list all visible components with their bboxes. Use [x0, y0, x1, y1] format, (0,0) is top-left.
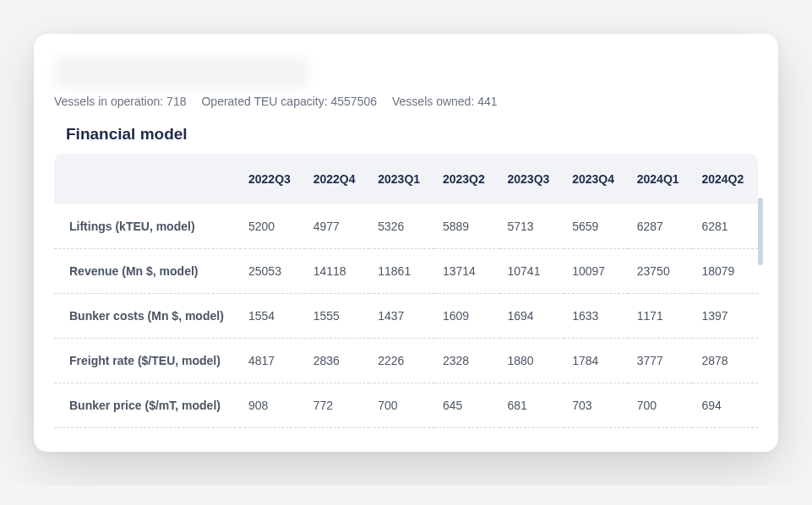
cell: 3777: [629, 339, 694, 383]
row-label: Revenue (Mn $, model): [54, 249, 240, 294]
cell: 4817: [240, 339, 305, 383]
cell: 1633: [564, 294, 629, 339]
cell: 1171: [629, 294, 694, 339]
table-header-row: 2022Q3 2022Q4 2023Q1 2023Q2 2023Q3 2023Q…: [54, 154, 758, 204]
cell: 1784: [564, 339, 629, 383]
label: Operated TEU capacity:: [201, 95, 330, 108]
cell: 1554: [240, 294, 305, 339]
cell: 5326: [369, 204, 434, 249]
vessels-owned: Vessels owned: 441: [392, 95, 498, 108]
scrollbar-thumb[interactable]: [758, 198, 763, 265]
cell: 1555: [305, 294, 370, 339]
value: 4557506: [331, 95, 378, 108]
cell: 2328: [434, 339, 499, 383]
label: Vessels in operation:: [54, 95, 166, 108]
cell: 14118: [305, 249, 370, 294]
row-label: Bunker price ($/mT, model): [54, 383, 240, 428]
col-header: 2023Q2: [434, 154, 499, 204]
row-label: Liftings (kTEU, model): [54, 204, 240, 249]
row-label: Bunker costs (Mn $, model): [54, 294, 240, 339]
value: 441: [477, 95, 497, 108]
table-wrapper: 2022Q3 2022Q4 2023Q1 2023Q2 2023Q3 2023Q…: [54, 154, 758, 428]
col-header: 2024Q1: [629, 154, 694, 204]
cell: 5200: [240, 204, 305, 249]
row-label-header: [54, 154, 240, 204]
cell: 2836: [305, 339, 370, 383]
table-row: Bunker costs (Mn $, model) 1554 1555 143…: [54, 294, 758, 339]
cell: 1609: [434, 294, 499, 339]
cell: 13714: [434, 249, 499, 294]
cell: 1397: [693, 294, 758, 339]
cell: 2878: [693, 339, 758, 383]
cell: 6281: [693, 204, 758, 249]
table-row: Revenue (Mn $, model) 25053 14118 11861 …: [54, 249, 758, 294]
label: Vessels owned:: [392, 95, 477, 108]
section-title: Financial model: [66, 125, 758, 144]
cell: 681: [499, 383, 564, 428]
col-header: 2023Q1: [369, 154, 434, 204]
meta-row: Vessels in operation: 718 Operated TEU c…: [54, 95, 758, 108]
cell: 11861: [369, 249, 434, 294]
value: 718: [166, 95, 186, 108]
col-header: 2022Q4: [305, 154, 370, 204]
cell: 10097: [564, 249, 629, 294]
cell: 10741: [499, 249, 564, 294]
cell: 694: [693, 383, 758, 428]
cell: 5713: [499, 204, 564, 249]
table-row: Freight rate ($/TEU, model) 4817 2836 22…: [54, 339, 758, 383]
table-row: Bunker price ($/mT, model) 908 772 700 6…: [54, 383, 758, 428]
cell: 18079: [693, 249, 758, 294]
col-header: 2024Q2: [693, 154, 758, 204]
col-header: 2023Q3: [499, 154, 564, 204]
logo-placeholder: [54, 57, 308, 88]
vessels-in-operation: Vessels in operation: 718: [54, 95, 186, 108]
cell: 1694: [499, 294, 564, 339]
cell: 703: [564, 383, 629, 428]
cell: 25053: [240, 249, 305, 294]
operated-teu-capacity: Operated TEU capacity: 4557506: [201, 95, 377, 108]
cell: 700: [629, 383, 694, 428]
financial-table: 2022Q3 2022Q4 2023Q1 2023Q2 2023Q3 2023Q…: [54, 154, 758, 428]
cell: 1880: [499, 339, 564, 383]
col-header: 2022Q3: [240, 154, 305, 204]
row-label: Freight rate ($/TEU, model): [54, 339, 240, 383]
cell: 2226: [369, 339, 434, 383]
table-row: Liftings (kTEU, model) 5200 4977 5326 58…: [54, 204, 758, 249]
cell: 5659: [564, 204, 629, 249]
cell: 23750: [629, 249, 694, 294]
table-scroll[interactable]: 2022Q3 2022Q4 2023Q1 2023Q2 2023Q3 2023Q…: [54, 154, 758, 428]
cell: 700: [369, 383, 434, 428]
col-header: 2023Q4: [564, 154, 629, 204]
cell: 6287: [629, 204, 694, 249]
cell: 1437: [369, 294, 434, 339]
cell: 645: [434, 383, 499, 428]
cell: 908: [240, 383, 305, 428]
cell: 5889: [434, 204, 499, 249]
financial-card: Vessels in operation: 718 Operated TEU c…: [34, 34, 778, 452]
cell: 772: [305, 383, 370, 428]
cell: 4977: [305, 204, 370, 249]
